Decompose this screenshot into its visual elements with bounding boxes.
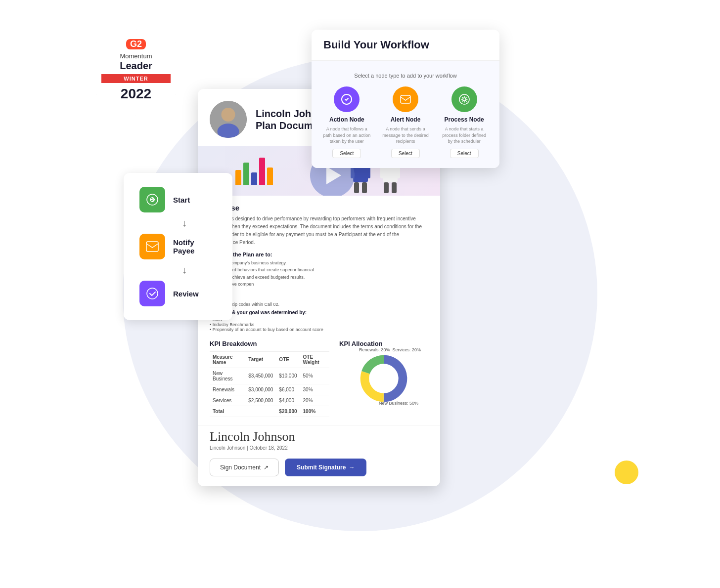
- svg-rect-14: [362, 182, 367, 193]
- goal-item-2: • nd reward behaviors that create superi…: [214, 266, 428, 273]
- node-card-alert: Alert Node A node that sends a message t…: [381, 86, 430, 158]
- svg-point-24: [373, 368, 395, 389]
- workflow-step-review: Review: [139, 281, 217, 306]
- alert-node-desc: A node that sends a message to the desir…: [381, 126, 430, 145]
- action-node-icon: [334, 86, 360, 112]
- step-arrow-2: ↓: [152, 264, 217, 276]
- donut-svg: [357, 351, 411, 406]
- kpi-col-measure: Measure Name: [210, 351, 245, 368]
- sign-document-button[interactable]: Sign Document ↗: [210, 459, 279, 476]
- definition-text: mprised of zip codes within Call 02.: [210, 302, 428, 307]
- kpi-col-ote: OTE: [276, 351, 300, 368]
- step-arrow-1: ↓: [152, 217, 217, 229]
- node-card-process: Process Node A node that starts a proces…: [440, 86, 489, 158]
- review-step-label: Review: [173, 290, 199, 298]
- svg-rect-13: [354, 182, 359, 193]
- plan-document-content: Purpose The plan is designed to drive pe…: [198, 196, 440, 340]
- workflow-title-bar: Build Your Workflow: [312, 30, 499, 61]
- kpi-allocation-title: KPI Allocation: [339, 340, 428, 347]
- start-step-icon: [139, 187, 165, 212]
- submit-signature-icon: →: [349, 464, 355, 471]
- kpi-row-services: Services $2,500,000 $4,000 20%: [210, 395, 329, 406]
- workflow-builder-panel: Build Your Workflow Select a node type t…: [312, 30, 499, 168]
- alert-node-select-button[interactable]: Select: [391, 149, 420, 158]
- kpi-newbiz-target: $3,450,000: [245, 368, 276, 384]
- play-triangle-icon: [326, 167, 341, 184]
- node-card-action: Action Node A node that follows a path b…: [322, 86, 371, 158]
- process-node-name: Process Node: [445, 116, 484, 123]
- kpi-row-total: Total $20,000 100%: [210, 406, 329, 417]
- potential-item-2: • Industry Benchmarks: [210, 322, 428, 327]
- svg-rect-20: [392, 182, 397, 193]
- signature-name: Lincoln Johnson | October 18, 2022: [210, 445, 428, 451]
- document-buttons: Sign Document ↗ Submit Signature →: [198, 459, 440, 486]
- illustration-charts: [230, 153, 278, 190]
- kpi-total-name: Total: [210, 406, 245, 417]
- g2-winter-band: WINTER: [101, 74, 171, 83]
- potential-title: Potential & your goal was determined by:: [210, 310, 428, 315]
- workflow-nodes-panel: Select a node type to add to your workfl…: [312, 61, 499, 168]
- avatar-image: [210, 101, 247, 138]
- svg-rect-4: [146, 242, 158, 252]
- decorative-dot-yellow: [615, 461, 638, 484]
- kpi-col-target: Target: [245, 351, 276, 368]
- legend-services: Services: 20%: [392, 347, 421, 352]
- action-node-name: Action Node: [329, 116, 364, 123]
- plan-avatar: [210, 101, 247, 138]
- kpi-col-weight: OTE Weight: [300, 351, 329, 368]
- g2-leader-label: Leader: [120, 60, 152, 71]
- kpi-section: KPI Breakdown Measure Name Target OTE OT…: [198, 340, 440, 425]
- kpi-services-target: $2,500,000: [245, 395, 276, 406]
- kpi-services-ote: $4,000: [276, 395, 300, 406]
- kpi-newbiz-ote: $10,000: [276, 368, 300, 384]
- legend-renewals: Renewals: 30%: [359, 347, 390, 352]
- goals-list: • th the company's business strategy. • …: [214, 259, 428, 288]
- sign-document-label: Sign Document: [220, 464, 261, 471]
- g2-logo-icon: G2: [126, 39, 146, 49]
- workflow-nodes-grid: Action Node A node that follows a path b…: [321, 86, 490, 158]
- kpi-renewals-target: $3,000,000: [245, 384, 276, 395]
- workflow-step-notify: Notify Payee: [139, 234, 217, 259]
- svg-point-7: [222, 108, 235, 122]
- potential-list: • Data • Industry Benchmarks • Propensit…: [210, 317, 428, 332]
- notify-step-icon: [139, 234, 165, 259]
- svg-rect-19: [384, 182, 389, 193]
- kpi-newbiz-name: New Business: [210, 368, 245, 384]
- alert-node-icon: [393, 86, 418, 112]
- kpi-row-renewals: Renewals $3,000,000 $6,000 30%: [210, 384, 329, 395]
- svg-point-2: [463, 98, 466, 101]
- potential-item-3: • Propensity of an account to buy based …: [210, 327, 428, 332]
- action-node-select-button[interactable]: Select: [332, 149, 361, 158]
- kpi-newbiz-weight: 50%: [300, 368, 329, 384]
- potential-item-1: • Data: [210, 317, 428, 322]
- kpi-total-ote: $20,000: [276, 406, 300, 417]
- workflow-steps-panel: Start ↓ Notify Payee ↓ Review: [124, 173, 232, 320]
- sign-document-icon: ↗: [264, 464, 269, 471]
- kpi-services-name: Services: [210, 395, 245, 406]
- kpi-renewals-name: Renewals: [210, 384, 245, 395]
- kpi-services-weight: 20%: [300, 395, 329, 406]
- process-node-select-button[interactable]: Select: [450, 149, 479, 158]
- purpose-text: The plan is designed to drive performanc…: [210, 215, 428, 247]
- workflow-title: Build Your Workflow: [323, 39, 488, 51]
- kpi-row-newbiz: New Business $3,450,000 $10,000 50%: [210, 368, 329, 384]
- workflow-subtitle: Select a node type to add to your workfl…: [321, 73, 490, 79]
- kpi-breakdown-title: KPI Breakdown: [210, 340, 329, 347]
- kpi-renewals-weight: 30%: [300, 384, 329, 395]
- alert-node-name: Alert Node: [391, 116, 421, 123]
- kpi-table: Measure Name Target OTE OTE Weight New B…: [210, 351, 329, 417]
- signature-section: Lincoln Johnson Lincoln Johnson | Octobe…: [198, 425, 440, 459]
- legend-newbiz: New Business: 50%: [379, 401, 418, 406]
- kpi-total-weight: 100%: [300, 406, 329, 417]
- action-node-desc: A node that follows a path based on an a…: [322, 126, 371, 145]
- g2-badge-shape: G2 Momentum Leader WINTER 2022: [96, 30, 176, 116]
- goal-item-4: • ompetitive compen: [214, 281, 428, 288]
- kpi-allocation: KPI Allocation Renewals: 30% Services: 2…: [339, 340, 428, 417]
- notify-step-label: Notify Payee: [173, 238, 217, 255]
- submit-signature-label: Submit Signature: [297, 464, 346, 471]
- kpi-breakdown: KPI Breakdown Measure Name Target OTE OT…: [210, 340, 329, 417]
- submit-signature-button[interactable]: Submit Signature →: [285, 459, 366, 476]
- kpi-donut-chart: Renewals: 30% Services: 20% New Business…: [357, 351, 411, 406]
- workflow-step-start: Start: [139, 187, 217, 212]
- signature-script: Lincoln Johnson: [210, 429, 428, 444]
